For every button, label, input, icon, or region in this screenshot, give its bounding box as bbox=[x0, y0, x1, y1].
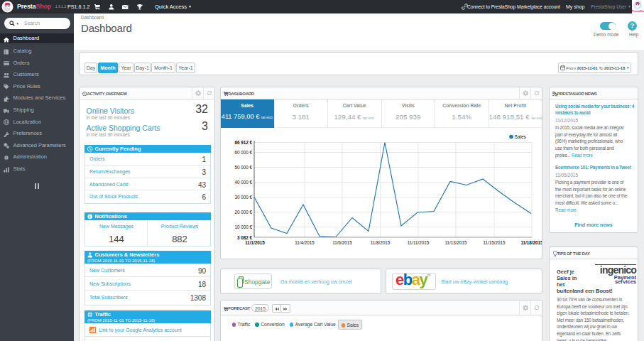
svg-text:10 000 €: 10 000 € bbox=[234, 224, 252, 229]
svg-text:40 000 €: 40 000 € bbox=[234, 180, 252, 185]
svg-text:11/4/2015: 11/4/2015 bbox=[295, 240, 315, 245]
svg-text:11/15/2015: 11/15/2015 bbox=[483, 240, 506, 245]
svg-text:11/11/2015: 11/11/2015 bbox=[408, 240, 430, 245]
svg-text:Sales: Sales bbox=[515, 134, 527, 139]
svg-text:3 082 €: 3 082 € bbox=[237, 235, 253, 240]
svg-text:50 000 €: 50 000 € bbox=[234, 165, 252, 170]
svg-text:66 912 €: 66 912 € bbox=[234, 140, 252, 145]
svg-text:20 000 €: 20 000 € bbox=[234, 210, 252, 215]
svg-text:11/18/2015: 11/18/2015 bbox=[520, 240, 542, 245]
svg-text:11/8/2015: 11/8/2015 bbox=[371, 240, 391, 245]
svg-text:11/6/2015: 11/6/2015 bbox=[332, 240, 352, 245]
svg-text:11/1/2015: 11/1/2015 bbox=[245, 240, 265, 245]
svg-text:30 000 €: 30 000 € bbox=[234, 195, 252, 200]
svg-text:11/13/2015: 11/13/2015 bbox=[444, 240, 467, 245]
svg-text:60 000 €: 60 000 € bbox=[234, 150, 252, 155]
